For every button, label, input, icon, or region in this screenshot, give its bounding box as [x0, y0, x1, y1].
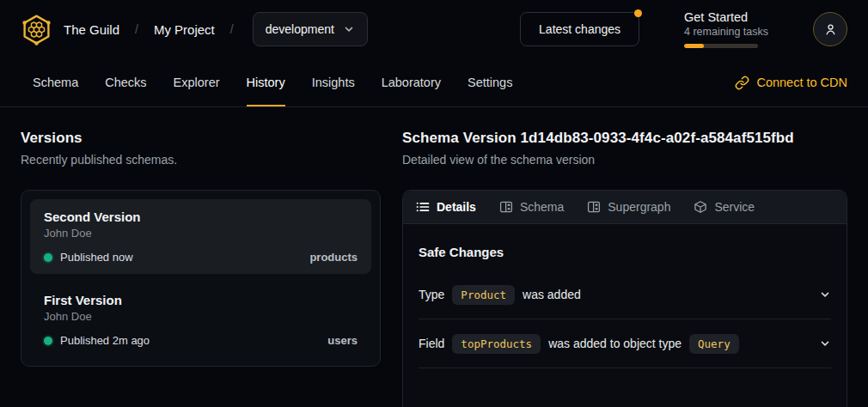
target-select-value: development: [266, 22, 334, 36]
code-badge: Product: [452, 285, 515, 305]
versions-title: Versions: [21, 130, 381, 147]
breadcrumb-org[interactable]: The Guild: [64, 22, 119, 37]
version-name: First Version: [44, 293, 358, 307]
change-text: Field: [419, 337, 444, 350]
get-started-progress-track: [684, 44, 758, 48]
connect-to-cdn-label: Connect to CDN: [756, 76, 847, 89]
version-status-row: Published now products: [44, 251, 358, 264]
detail-tab-supergraph[interactable]: Supergraph: [587, 191, 670, 223]
tab-label: Explorer: [174, 76, 220, 89]
breadcrumb-separator: /: [131, 22, 143, 36]
link-icon: [735, 76, 749, 90]
detail-tab-details[interactable]: Details: [416, 191, 476, 223]
version-name: Second Version: [44, 210, 358, 224]
get-started-widget[interactable]: Get Started 4 remaining tasks: [684, 10, 768, 48]
schema-version-subtitle: Detailed view of the schema version: [402, 153, 847, 167]
schema-version-title: Schema Version 1d14db83-0933-4f4c-a02f-a…: [402, 130, 847, 147]
change-text: Type: [419, 288, 444, 301]
detail-body: Safe Changes TypeProductwas added Fieldt…: [403, 224, 847, 368]
chevron-down-icon: [343, 23, 355, 35]
version-item[interactable]: Second Version John Doe Published now pr…: [30, 199, 371, 274]
main-content: Versions Recently published schemas. Sec…: [0, 107, 868, 407]
version-author: John Doe: [44, 310, 358, 323]
change-text: was added to object type: [548, 337, 682, 350]
target-select[interactable]: development: [253, 12, 368, 46]
tab-insights[interactable]: Insights: [312, 58, 355, 106]
latest-changes-label: Latest changes: [539, 22, 620, 36]
hive-logo-icon[interactable]: [21, 14, 52, 46]
tab-checks[interactable]: Checks: [105, 58, 146, 106]
version-status: Published 2m ago: [60, 334, 150, 347]
schema-version-panel: Schema Version 1d14db83-0933-4f4c-a02f-a…: [402, 130, 847, 407]
versions-list: Second Version John Doe Published now pr…: [21, 190, 381, 367]
columns-icon: [499, 200, 513, 214]
published-dot: [44, 337, 52, 345]
version-service-name: products: [309, 251, 358, 264]
detail-tab-service[interactable]: Service: [694, 191, 755, 223]
breadcrumb: The Guild / My Project / development: [21, 12, 368, 46]
tab-laboratory[interactable]: Laboratory: [382, 58, 441, 106]
chevron-down-icon: [819, 337, 831, 349]
tab-label: History: [247, 76, 285, 89]
tab-label: Laboratory: [382, 76, 441, 89]
tab-explorer[interactable]: Explorer: [174, 58, 220, 106]
version-service-name: users: [327, 334, 358, 347]
version-item[interactable]: First Version John Doe Published 2m ago …: [30, 282, 371, 357]
change-row[interactable]: TypeProductwas added: [419, 270, 831, 319]
notification-dot: [634, 9, 642, 17]
version-status-row: Published 2m ago users: [44, 334, 358, 347]
detail-tab-label: Details: [437, 200, 476, 214]
list-icon: [416, 200, 430, 214]
tab-label: Settings: [468, 76, 512, 89]
detail-tab-label: Supergraph: [608, 200, 670, 214]
changes-list: TypeProductwas added FieldtopProductswas…: [419, 270, 831, 368]
detail-tab-label: Schema: [520, 200, 564, 214]
change-text: was added: [523, 288, 581, 301]
get-started-subtitle: 4 remaining tasks: [684, 26, 768, 38]
tab-label: Schema: [33, 76, 78, 89]
published-dot: [44, 253, 52, 262]
version-author: John Doe: [44, 227, 358, 240]
tab-label: Insights: [312, 76, 355, 89]
cube-icon: [694, 200, 707, 214]
code-badge: Query: [689, 334, 739, 354]
get-started-title: Get Started: [684, 10, 768, 24]
tab-label: Checks: [105, 76, 146, 89]
primary-nav: SchemaChecksExplorerHistoryInsightsLabor…: [0, 58, 868, 107]
change-row[interactable]: FieldtopProductswas added to object type…: [419, 319, 831, 368]
tab-schema[interactable]: Schema: [33, 58, 78, 106]
connect-to-cdn-link[interactable]: Connect to CDN: [735, 58, 847, 106]
safe-changes-title: Safe Changes: [419, 245, 831, 259]
breadcrumb-separator: /: [226, 22, 238, 36]
user-avatar-button[interactable]: [813, 12, 847, 46]
person-icon: [822, 21, 839, 38]
tab-settings[interactable]: Settings: [468, 58, 512, 106]
columns-icon: [587, 200, 601, 214]
header-actions: Latest changes Get Started 4 remaining t…: [520, 10, 847, 48]
top-header: The Guild / My Project / development Lat…: [0, 0, 868, 58]
versions-panel: Versions Recently published schemas. Sec…: [21, 130, 381, 407]
tab-history[interactable]: History: [247, 58, 285, 106]
version-status: Published now: [60, 251, 133, 264]
breadcrumb-project[interactable]: My Project: [154, 22, 215, 37]
schema-version-card: Details Schema Supergraph Service Safe C…: [402, 190, 847, 407]
latest-changes-button[interactable]: Latest changes: [520, 12, 639, 46]
versions-subtitle: Recently published schemas.: [21, 153, 381, 167]
detail-tab-schema[interactable]: Schema: [499, 191, 564, 223]
detail-tab-label: Service: [714, 200, 755, 214]
code-badge: topProducts: [452, 334, 541, 354]
primary-nav-tabs: SchemaChecksExplorerHistoryInsightsLabor…: [33, 58, 512, 106]
chevron-down-icon: [819, 289, 831, 301]
detail-tabs: Details Schema Supergraph Service: [403, 191, 847, 224]
get-started-progress-fill: [684, 44, 704, 48]
